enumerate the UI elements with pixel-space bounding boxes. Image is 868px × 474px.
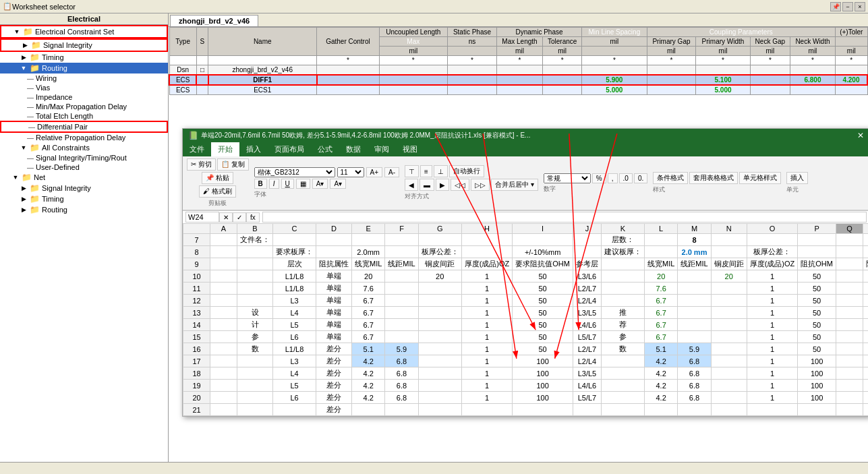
decimal-inc-button[interactable]: .0 — [619, 173, 633, 183]
tree-item-impedance[interactable]: — Impedance — [0, 92, 168, 102]
font-shrink-button[interactable]: A- — [384, 167, 399, 177]
window-icon: 📋 — [3, 2, 12, 11]
folder-icon-all: 📁 — [30, 143, 40, 152]
excel-row-20: 20 L6 差分 4.2 6.8 1 100 — [183, 392, 869, 404]
comma-button[interactable]: , — [608, 173, 618, 183]
tree-item-timing-2[interactable]: ▶ 📁 Timing — [0, 194, 168, 204]
tab-review[interactable]: 审阅 — [368, 142, 396, 156]
excel-cell-diff-51-2[interactable]: 5.1 — [644, 343, 677, 355]
tree-item-routing-1[interactable]: ▼ 📁 Routing — [0, 63, 168, 73]
excel-cell-diff-68-2[interactable]: 6.8 — [678, 355, 711, 367]
align-left-button[interactable]: ◀ — [405, 179, 418, 191]
tree-item-timing-1[interactable]: ▶ 📁 Timing — [0, 52, 168, 63]
font-grow-button[interactable]: A+ — [366, 167, 383, 177]
cancel-formula-button[interactable]: ✕ — [219, 212, 233, 223]
tree-item-routing-2[interactable]: ▶ 📁 Routing — [0, 204, 168, 215]
tree-item-vias[interactable]: — Vias — [0, 83, 168, 92]
cond-format-button[interactable]: 条件格式 — [653, 172, 688, 184]
status-bar — [0, 462, 868, 474]
tree-item-user-defined[interactable]: — User-Defined — [0, 162, 168, 172]
formula-input[interactable] — [262, 212, 867, 223]
percent-button[interactable]: % — [592, 173, 606, 183]
tab-data[interactable]: 数据 — [339, 142, 368, 156]
merge-button[interactable]: 合并后居中 ▾ — [491, 179, 538, 191]
excel-cell-diff-68[interactable]: 6.8 — [385, 355, 418, 367]
underline-button[interactable]: U — [281, 179, 294, 189]
excel-grid[interactable]: A B C D E F G H I J — [183, 223, 868, 416]
indent-right-button[interactable]: ▷▷ — [471, 179, 490, 191]
min-button[interactable]: − — [842, 2, 853, 11]
excel-cell-diff-42[interactable]: 4.2 — [352, 355, 385, 367]
italic-button[interactable]: I — [269, 179, 279, 189]
col-header-coupling: Coupling Parameters — [647, 28, 835, 37]
folder-icon-net: 📁 — [22, 173, 32, 182]
tab-view[interactable]: 视图 — [396, 142, 424, 156]
tree-item-si-2[interactable]: ▶ 📁 Signal Integrity — [0, 183, 168, 194]
tree-item-si-1[interactable]: ▶ 📁 Signal Integrity — [0, 38, 168, 52]
tree-label-timing1: Timing — [42, 53, 64, 61]
cell-reference-input[interactable] — [185, 212, 219, 223]
font-color-button[interactable]: A▾ — [330, 179, 346, 189]
tab-layout[interactable]: 页面布局 — [268, 142, 311, 156]
table-row-diff1: ECS DIFF1 5.900 5.100 6. — [169, 75, 867, 85]
align-middle-button[interactable]: ≡ — [420, 165, 432, 177]
excel-cell-diff-42-2[interactable]: 4.2 — [644, 355, 677, 367]
align-right-button[interactable]: ▶ — [436, 179, 449, 191]
fill-color-button[interactable]: A▾ — [312, 179, 328, 189]
excel-cell-diff-59[interactable]: 5.9 — [385, 343, 418, 355]
tab-formula[interactable]: 公式 — [311, 142, 339, 156]
tab-start[interactable]: 开始 — [211, 142, 239, 156]
excel-close-icon[interactable]: ✕ — [857, 131, 864, 140]
tab-main[interactable]: zhongji_brd_v2_v46 — [170, 15, 258, 26]
tree-label-diff-pair: Differential Pair — [37, 123, 88, 131]
confirm-formula-button[interactable]: ✓ — [233, 212, 246, 223]
tree-item-all-constraints[interactable]: ▼ 📁 All Constraints — [0, 142, 168, 153]
col-unit-mil7: mil — [750, 47, 790, 56]
table-format-button[interactable]: 套用表格格式 — [689, 172, 738, 184]
tree-label-total-etch: Total Etch Length — [36, 112, 93, 120]
bold-button[interactable]: B — [254, 179, 267, 189]
copy-button[interactable]: 📋 复制 — [217, 158, 249, 171]
tab-insert[interactable]: 插入 — [239, 142, 268, 156]
tree-item-rel-prop[interactable]: — Relative Propagation Delay — [0, 133, 168, 142]
insert-cell-button[interactable]: 插入 — [786, 172, 808, 184]
col-l: L — [644, 224, 677, 234]
tree-item-si-timing-routing[interactable]: — Signal Integrity/Timing/Rout — [0, 153, 168, 162]
close-button[interactable]: × — [855, 2, 865, 11]
excel-cell-diff-51[interactable]: 5.1 — [352, 343, 385, 355]
insert-function-button[interactable]: fx — [246, 212, 260, 223]
excel-cell-diff-59-2[interactable]: 5.9 — [678, 343, 711, 355]
ecs1-type: ECS — [169, 85, 196, 95]
tree-label-timing2: Timing — [42, 195, 64, 203]
expand-icon-all: ▼ — [19, 143, 28, 152]
tree-item-ecs-root[interactable]: ▼ 📁 Electrical Constraint Set — [0, 25, 168, 38]
align-bottom-button[interactable]: ⊥ — [434, 165, 448, 177]
item-icon-total-etch: — — [27, 113, 34, 120]
pin-button[interactable]: 📌 — [830, 2, 841, 11]
excel-spreadsheet: A B C D E F G H I J — [183, 223, 868, 416]
font-name-select[interactable]: 楷体_GB2312 — [254, 167, 335, 177]
tree-item-minmax[interactable]: — Min/Max Propagation Delay — [0, 102, 168, 111]
tree-item-diff-pair[interactable]: — Differential Pair — [0, 121, 168, 133]
font-size-select[interactable]: 11 — [337, 167, 364, 177]
tree-item-total-etch[interactable]: — Total Etch Length — [0, 111, 168, 121]
cut-button[interactable]: ✂ 剪切 — [187, 158, 216, 171]
align-row2: ◀ ▬ ▶ ◁◁ ▷▷ 合并后居中 ▾ — [405, 179, 538, 191]
item-icon-minmax: — — [27, 103, 34, 111]
indent-left-button[interactable]: ◁◁ — [451, 179, 469, 191]
align-top-button[interactable]: ⊤ — [405, 165, 419, 177]
number-format-select[interactable]: 常规 — [544, 173, 591, 183]
wrap-button[interactable]: 自动换行 — [449, 165, 484, 177]
decimal-dec-button[interactable]: 0. — [634, 173, 647, 183]
cell-style-button[interactable]: 单元格样式 — [739, 172, 781, 184]
paste-button[interactable]: 📌 粘贴 — [202, 172, 233, 184]
item-icon-si-timing: — — [27, 154, 34, 162]
folder-icon-timing1: 📁 — [30, 53, 40, 62]
tree-item-wiring[interactable]: — Wiring — [0, 73, 168, 83]
tab-file[interactable]: 文件 — [183, 142, 211, 156]
align-center-button[interactable]: ▬ — [419, 179, 434, 191]
border-button[interactable]: ▦ — [296, 179, 310, 189]
tree-item-net-root[interactable]: ▼ 📁 Net — [0, 172, 168, 183]
format-painter-button[interactable]: 🖌 格式刷 — [199, 185, 236, 198]
excel-row-10: 10 L1/L8 单端 20 20 1 50 — [183, 270, 869, 283]
